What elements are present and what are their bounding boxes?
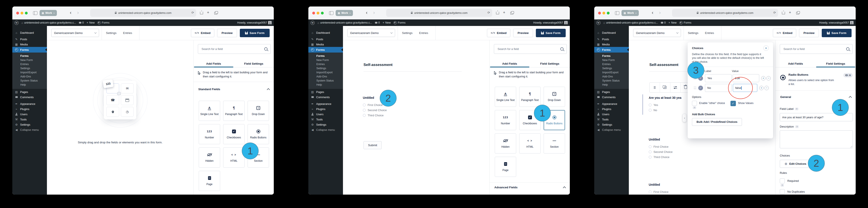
tab-settings[interactable]: Settings bbox=[688, 26, 699, 40]
tile-paragraph-text[interactable]: ¶Paragraph Text bbox=[519, 87, 540, 107]
tile-single-line-text[interactable]: ASingle Line Text bbox=[199, 101, 220, 121]
choice-option[interactable]: Yes bbox=[649, 102, 681, 108]
search-input[interactable] bbox=[497, 47, 559, 51]
radio-field-age[interactable]: Are you at least 30 yea Yes No bbox=[649, 96, 681, 113]
general-section[interactable]: General bbox=[775, 91, 856, 98]
address-bar[interactable]: uninterested-unicorn-qaksr.gravitydemo.c… bbox=[672, 9, 778, 17]
submenu-entries[interactable]: Entries bbox=[594, 62, 629, 66]
sidebar-collapse-menu[interactable]: ◀Collapse menu bbox=[594, 127, 629, 132]
sidebar-item-appearance[interactable]: ✒Appearance bbox=[308, 101, 343, 107]
admin-bar-forms[interactable]: Forms bbox=[97, 21, 110, 24]
tile-html[interactable]: < >HTML bbox=[519, 133, 540, 153]
tile-page[interactable]: Page bbox=[199, 171, 220, 191]
sidebar-item-comments[interactable]: Comments bbox=[594, 94, 629, 100]
radio-circle-icon[interactable] bbox=[363, 114, 366, 117]
sidebar-toggle-icon[interactable] bbox=[615, 11, 619, 15]
field-settings-icon[interactable] bbox=[670, 83, 681, 92]
back-button[interactable]: ‹ bbox=[70, 10, 71, 16]
sidebar-item-forms[interactable]: Forms bbox=[12, 47, 47, 53]
tab-add-fields[interactable]: Add Fields bbox=[193, 60, 234, 67]
save-form-button[interactable]: Save Form bbox=[240, 29, 270, 37]
share-icon[interactable] bbox=[200, 12, 203, 14]
radio-field-untitled[interactable]: Untitled First Choice Second Choice Thir… bbox=[649, 138, 673, 159]
radio-circle-icon[interactable] bbox=[649, 190, 652, 193]
submenu-settings[interactable]: Settings bbox=[308, 66, 343, 70]
submenu-entries[interactable]: Entries bbox=[308, 62, 343, 66]
field-search[interactable] bbox=[494, 44, 567, 54]
radio-circle-icon[interactable] bbox=[363, 103, 366, 107]
sidebar-item-media[interactable]: ▦Media bbox=[12, 42, 47, 47]
preview-button[interactable]: Preview bbox=[217, 29, 237, 37]
tab-field-settings[interactable]: Field Settings bbox=[816, 60, 856, 67]
submenu-entries[interactable]: Entries bbox=[12, 62, 47, 66]
tab-settings[interactable]: Settings bbox=[106, 26, 117, 40]
submenu-new-form[interactable]: New Form bbox=[308, 58, 343, 62]
sidebar-item-posts[interactable]: ✎Posts bbox=[12, 36, 47, 42]
zoom-window-button[interactable] bbox=[321, 12, 324, 14]
preview-button[interactable]: Preview bbox=[799, 29, 819, 37]
submenu-forms[interactable]: Forms bbox=[12, 54, 47, 58]
drag-handle-icon[interactable] bbox=[650, 83, 660, 92]
submenu-import-export[interactable]: Import/Export bbox=[12, 70, 47, 75]
share-icon[interactable] bbox=[782, 12, 785, 14]
sidebar-item-tools[interactable]: ⚒Tools bbox=[308, 117, 343, 122]
help-icon[interactable]: ? bbox=[781, 184, 784, 187]
zoom-window-button[interactable] bbox=[25, 12, 28, 14]
submenu-new-form[interactable]: New Form bbox=[594, 58, 629, 62]
choice-label-input[interactable] bbox=[705, 74, 732, 82]
help-icon[interactable]: ? bbox=[795, 108, 798, 110]
tab-add-fields[interactable]: Add Fields bbox=[490, 60, 530, 67]
tile-hidden[interactable]: Hidden bbox=[199, 147, 220, 168]
submenu-system-status[interactable]: System Status bbox=[594, 79, 629, 83]
sidebar-item-posts[interactable]: ✎Posts bbox=[308, 36, 343, 42]
share-icon[interactable] bbox=[496, 12, 499, 14]
submit-button[interactable]: Submit bbox=[364, 141, 382, 149]
search-input[interactable] bbox=[783, 47, 844, 51]
submenu-add-ons[interactable]: Add-Ons bbox=[12, 75, 47, 79]
submenu-settings[interactable]: Settings bbox=[12, 66, 47, 70]
field-search[interactable] bbox=[780, 44, 852, 54]
sidebar-item-media[interactable]: ▦Media bbox=[308, 42, 343, 47]
collapse-panel-handle[interactable]: ‹ bbox=[682, 114, 687, 122]
standard-fields-section[interactable]: Standard Fields bbox=[193, 82, 274, 91]
sidebar-item-tools[interactable]: ⚒Tools bbox=[594, 117, 629, 122]
sidebar-item-plugins[interactable]: ⌁Plugins bbox=[308, 107, 343, 112]
radio-circle-icon[interactable] bbox=[649, 150, 652, 153]
form-switcher-select[interactable]: Genericazeram Demo bbox=[347, 29, 395, 37]
admin-bar-howdy[interactable]: Howdy, vowuvaloga0057 bbox=[237, 21, 272, 24]
admin-bar-new[interactable]: +New bbox=[669, 21, 677, 24]
refresh-icon[interactable]: ⟳ bbox=[191, 11, 194, 14]
bulk-add-button[interactable]: Bulk Add / Predefined Choices bbox=[692, 118, 742, 126]
preview-button[interactable]: Preview bbox=[513, 29, 533, 37]
wordpress-logo-icon[interactable]: W bbox=[311, 21, 315, 25]
sidebar-item-users[interactable]: Users bbox=[308, 112, 343, 117]
minimize-window-button[interactable] bbox=[317, 12, 319, 14]
submenu-help[interactable]: Help bbox=[308, 83, 343, 87]
sidebar-item-comments[interactable]: Comments bbox=[12, 94, 47, 100]
admin-bar-site[interactable]: ⌂uninterested-unicorn-qaksr.gravitydemo.… bbox=[317, 21, 372, 24]
help-icon[interactable]: ? bbox=[693, 107, 696, 109]
tile-radio-buttons[interactable]: Radio Buttons bbox=[248, 124, 269, 144]
embed-button[interactable]: </>Embed bbox=[773, 29, 796, 37]
tile-paragraph-text[interactable]: ¶Paragraph Text bbox=[223, 101, 245, 121]
admin-bar-comments[interactable]: 0 bbox=[79, 21, 84, 24]
minimize-window-button[interactable] bbox=[602, 12, 605, 14]
back-button[interactable]: ‹ bbox=[366, 10, 367, 16]
tile-html[interactable]: < >HTML bbox=[223, 147, 245, 168]
sidebar-item-plugins[interactable]: ⌁Plugins bbox=[12, 107, 47, 112]
submenu-add-ons[interactable]: Add-Ons bbox=[308, 75, 343, 79]
remove-choice-icon[interactable]: − bbox=[766, 76, 771, 81]
sidebar-item-settings[interactable]: ⚙Settings bbox=[308, 122, 343, 127]
choice-label-input[interactable] bbox=[705, 84, 732, 92]
close-window-button[interactable] bbox=[16, 12, 19, 14]
sidebar-item-forms[interactable]: Forms bbox=[308, 47, 343, 53]
tab-entries[interactable]: Entries bbox=[419, 26, 428, 40]
field-search[interactable] bbox=[198, 44, 271, 54]
sidebar-item-forms[interactable]: Forms bbox=[594, 47, 629, 53]
submenu-help[interactable]: Help bbox=[12, 83, 47, 87]
sidebar-item-posts[interactable]: ✎Posts bbox=[594, 36, 629, 42]
remove-choice-icon[interactable]: − bbox=[765, 86, 769, 90]
radio-circle-icon[interactable] bbox=[363, 109, 366, 112]
tile-number[interactable]: 123Number bbox=[495, 110, 516, 130]
tile-section[interactable]: —Section bbox=[544, 133, 565, 153]
